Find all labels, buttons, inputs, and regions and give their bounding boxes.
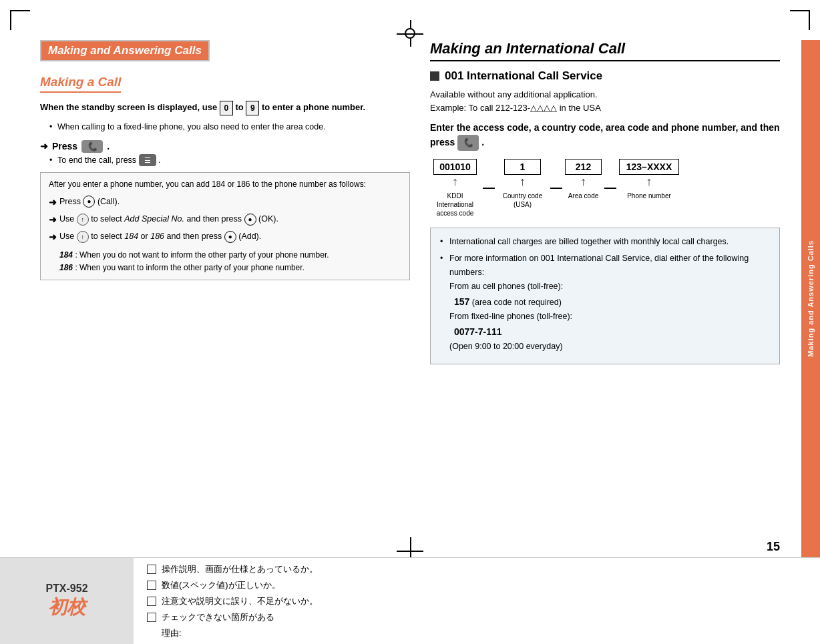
key-9: 9 [246, 101, 259, 115]
circle-add: ● [224, 231, 236, 243]
note-arrow3: ➜ Use ↑ to select 184 or 186 and then pr… [49, 230, 401, 244]
note-arrow2: ➜ Use ↑ to select Add Special No. and th… [49, 212, 401, 227]
service-heading: 001 International Call Service [430, 69, 780, 83]
note-box: After you enter a phone number, you can … [40, 172, 410, 281]
bottom-left: PTX-952 初校 [0, 558, 134, 644]
press-label: Press [52, 141, 77, 151]
au-number: 157 [454, 296, 469, 307]
check-item-4: チェックできない箇所がある [147, 611, 807, 623]
area-code-box: 212 [565, 159, 602, 175]
enter-access-text: Enter the access code, a country code, a… [430, 121, 780, 151]
access-code-box: 001010 [433, 159, 477, 175]
nav-btn-1: ↑ [77, 214, 89, 226]
seg-country-code: 1 ↑ Country code (USA) [497, 159, 548, 209]
checkbox-2[interactable] [147, 581, 156, 590]
access-code-label: KDDI International access code [430, 192, 480, 218]
area-code-label: Area code [568, 192, 599, 200]
end-button-icon: ☰ [139, 154, 156, 167]
number-diagram: 001010 ↑ KDDI International access code … [430, 159, 780, 218]
available-text: Available without any additional applica… [430, 88, 780, 114]
note-intro: After you enter a phone number, you can … [49, 178, 401, 191]
square-bullet-icon [430, 71, 439, 81]
left-column: Making and Answering Calls Making a Call… [40, 40, 410, 557]
arrow2-text: Use ↑ to select Add Special No. and then… [59, 212, 278, 226]
checkbox-3[interactable] [147, 597, 156, 606]
reg-mark-tl [10, 10, 30, 30]
fixed-number: 0077-7-111 [454, 326, 502, 337]
country-code-label: Country code (USA) [497, 192, 548, 209]
check-item-2: 数値(スペック値)が正しいか。 [147, 579, 807, 591]
note-arrow1: ➜ Press ● (Call). [49, 195, 401, 210]
circle-call-1: ● [83, 196, 95, 208]
intl-heading: Making an International Call [430, 40, 780, 61]
note-184: 184 : When you do not want to inform the… [49, 249, 401, 262]
standby-instruction: When the standby screen is displayed, us… [40, 101, 410, 115]
dash-2: — [548, 179, 565, 197]
bottom-right: 操作説明、画面が仕様とあっているか。 数値(スペック値)が正しいか。 注意文や説… [134, 558, 820, 644]
phone-number-box: 123–XXXX [619, 159, 679, 175]
country-code-box: 1 [504, 159, 541, 175]
making-call-heading: Making a Call [40, 75, 121, 93]
info-bullet-1: International call charges are billed to… [440, 235, 770, 249]
seg-area-code: 212 ↑ Area code [565, 159, 602, 200]
reason-text: 理由: [162, 627, 807, 639]
phone-number-label: Phone number [627, 192, 671, 200]
nav-btn-2: ↑ [77, 231, 89, 243]
press-call-line: ➜ Press 📞 . [40, 140, 410, 153]
circle-ok: ● [244, 214, 256, 226]
end-call-bullet: To end the call, press ☰ . [49, 154, 410, 167]
info-box: International call charges are billed to… [430, 228, 780, 364]
area-code-note: When calling to a fixed-line phone, you … [49, 121, 410, 133]
reg-mark-tr [790, 10, 810, 30]
arrow1-text: Press ● (Call). [59, 195, 120, 208]
seg-access-code: 001010 ↑ KDDI International access code [430, 159, 480, 218]
arrow3-text: Use ↑ to select 184 or 186 and then pres… [59, 230, 261, 243]
checkbox-4[interactable] [147, 613, 156, 622]
checkbox-1[interactable] [147, 565, 156, 574]
check-item-1: 操作説明、画面が仕様とあっているか。 [147, 563, 807, 575]
dash-1: — [480, 179, 497, 197]
dash-3: — [602, 179, 619, 197]
service-title: 001 International Call Service [445, 69, 602, 83]
side-label: Making and Answering Calls [801, 40, 820, 557]
call-btn-icon: 📞 [457, 135, 479, 151]
bottom-bar: PTX-952 初校 操作説明、画面が仕様とあっているか。 数値(スペック値)が… [0, 557, 820, 644]
call-button-icon: 📞 [81, 140, 103, 153]
ptx-label: PTX-952 [45, 583, 87, 595]
info-bullet-2: For more information on 001 Internationa… [440, 252, 770, 354]
bullet-area-code: When calling to a fixed-line phone, you … [49, 121, 410, 133]
key-0: 0 [220, 101, 233, 115]
main-content: Making and Answering Calls Making a Call… [40, 40, 780, 557]
end-call-note: To end the call, press ☰ . [49, 154, 410, 167]
main-section-title: Making and Answering Calls [40, 40, 210, 61]
right-column: Making an International Call 001 Interna… [430, 40, 780, 557]
check-item-3: 注意文や説明文に誤り、不足がないか。 [147, 595, 807, 607]
note-186: 186 : When you want to inform the other … [49, 262, 401, 274]
hatsukou-label: 初校 [48, 595, 85, 620]
seg-phone-number: 123–XXXX ↑ Phone number [619, 159, 679, 200]
